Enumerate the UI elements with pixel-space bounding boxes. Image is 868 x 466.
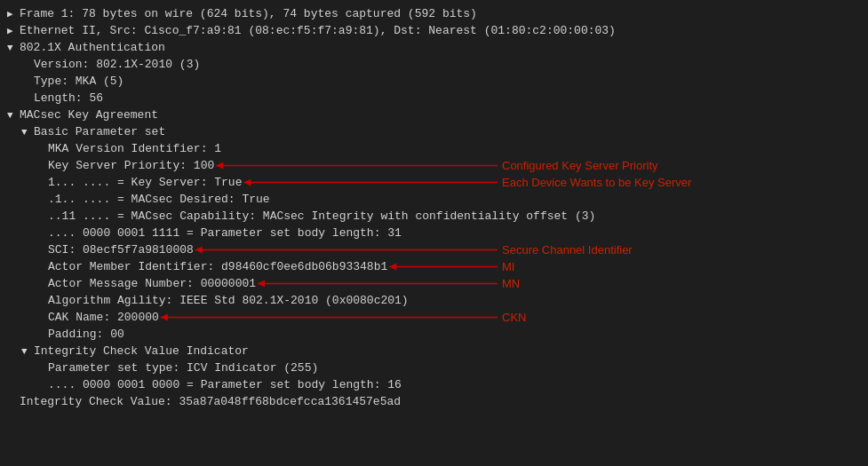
- packet-tree-line[interactable]: Algorithm Agility: IEEE Std 802.1X-2010 …: [0, 292, 868, 309]
- packet-tree-line[interactable]: ▼802.1X Authentication: [0, 39, 868, 56]
- line-text: 1... .... = Key Server: True: [48, 176, 242, 189]
- tree-toggle[interactable]: ▼: [7, 43, 18, 53]
- tree-toggle[interactable]: ▼: [7, 110, 18, 121]
- packet-tree-line[interactable]: CAK Name: 200000: [0, 309, 868, 326]
- tree-toggle[interactable]: ▶: [7, 25, 18, 36]
- packet-tree-line[interactable]: ▶Frame 1: 78 bytes on wire (624 bits), 7…: [0, 5, 868, 22]
- packet-tree-line[interactable]: ▼MACsec Key Agreement: [0, 107, 868, 123]
- packet-detail-panel: ▶Frame 1: 78 bytes on wire (624 bits), 7…: [0, 0, 868, 466]
- packet-tree-line[interactable]: ▶Ethernet II, Src: Cisco_f7:a9:81 (08:ec…: [0, 22, 868, 39]
- line-text: Version: 802.1X-2010 (3): [34, 58, 200, 71]
- line-text: 802.1X Authentication: [20, 41, 165, 54]
- line-text: Actor Message Number: 00000001: [48, 277, 256, 290]
- packet-tree-line[interactable]: ..11 .... = MACsec Capability: MACsec In…: [0, 208, 868, 225]
- line-text: Type: MKA (5): [34, 75, 123, 88]
- packet-tree-line[interactable]: ▼Integrity Check Value Indicator: [0, 343, 868, 359]
- line-text: CAK Name: 200000: [48, 311, 159, 324]
- line-text: Length: 56: [34, 91, 103, 105]
- tree-toggle[interactable]: ▶: [7, 8, 18, 20]
- line-text: Frame 1: 78 bytes on wire (624 bits), 74…: [20, 7, 477, 20]
- line-text: Basic Parameter set: [34, 125, 165, 138]
- line-text: Ethernet II, Src: Cisco_f7:a9:81 (08:ec:…: [20, 24, 616, 37]
- packet-tree-line[interactable]: .1.. .... = MACsec Desired: True: [0, 191, 868, 208]
- packet-tree: ▶Frame 1: 78 bytes on wire (624 bits), 7…: [0, 5, 868, 410]
- packet-tree-line[interactable]: Integrity Check Value: 35a87a048ff68bdce…: [0, 393, 868, 410]
- packet-tree-line[interactable]: 1... .... = Key Server: True: [0, 174, 868, 191]
- tree-toggle[interactable]: ▼: [21, 346, 32, 357]
- line-text: Parameter set type: ICV Indicator (255): [48, 361, 318, 375]
- line-text: Algorithm Agility: IEEE Std 802.1X-2010 …: [48, 294, 409, 307]
- packet-tree-line[interactable]: Actor Member Identifier: d98460cf0ee6db0…: [0, 258, 868, 275]
- packet-tree-line[interactable]: Actor Message Number: 00000001: [0, 275, 868, 292]
- packet-tree-line[interactable]: Length: 56: [0, 90, 868, 107]
- packet-tree-line[interactable]: ▼Basic Parameter set: [0, 123, 868, 140]
- packet-tree-line[interactable]: MKA Version Identifier: 1: [0, 140, 868, 157]
- line-text: Key Server Priority: 100: [48, 159, 214, 172]
- packet-tree-line[interactable]: Padding: 00: [0, 326, 868, 343]
- line-text: Integrity Check Value Indicator: [34, 344, 249, 358]
- packet-tree-line[interactable]: .... 0000 0001 0000 = Parameter set body…: [0, 376, 868, 393]
- line-text: .1.. .... = MACsec Desired: True: [48, 193, 270, 206]
- line-text: Actor Member Identifier: d98460cf0ee6db0…: [48, 260, 387, 273]
- line-text: ..11 .... = MACsec Capability: MACsec In…: [48, 209, 595, 223]
- packet-tree-line[interactable]: Type: MKA (5): [0, 73, 868, 90]
- packet-tree-line[interactable]: Parameter set type: ICV Indicator (255): [0, 359, 868, 376]
- line-text: Padding: 00: [48, 328, 124, 341]
- line-text: MKA Version Identifier: 1: [48, 142, 221, 155]
- packet-tree-line[interactable]: .... 0000 0001 1111 = Parameter set body…: [0, 225, 868, 241]
- line-text: MACsec Key Agreement: [20, 108, 158, 122]
- packet-tree-line[interactable]: SCI: 08ecf5f7a9810008: [0, 241, 868, 258]
- line-text: SCI: 08ecf5f7a9810008: [48, 243, 194, 257]
- packet-tree-line[interactable]: Key Server Priority: 100: [0, 157, 868, 174]
- line-text: .... 0000 0001 1111 = Parameter set body…: [48, 226, 402, 240]
- line-text: .... 0000 0001 0000 = Parameter set body…: [48, 378, 402, 391]
- line-text: Integrity Check Value: 35a87a048ff68bdce…: [20, 395, 401, 408]
- packet-tree-line[interactable]: Version: 802.1X-2010 (3): [0, 56, 868, 73]
- tree-toggle[interactable]: ▼: [21, 127, 32, 138]
